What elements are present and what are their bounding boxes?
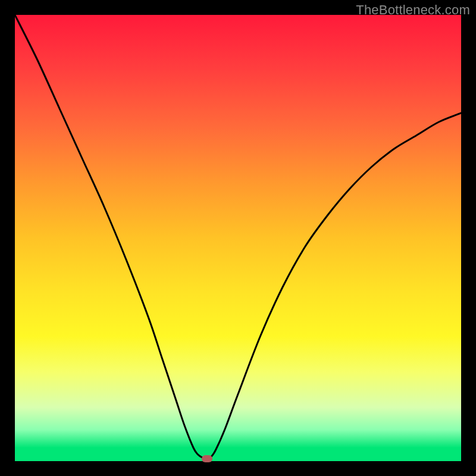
plot-area <box>15 15 461 461</box>
chart-frame: TheBottleneck.com <box>0 0 476 476</box>
watermark-text: TheBottleneck.com <box>356 2 470 18</box>
bottleneck-curve <box>15 15 461 461</box>
optimum-marker <box>202 455 212 462</box>
curve-path <box>15 15 461 459</box>
